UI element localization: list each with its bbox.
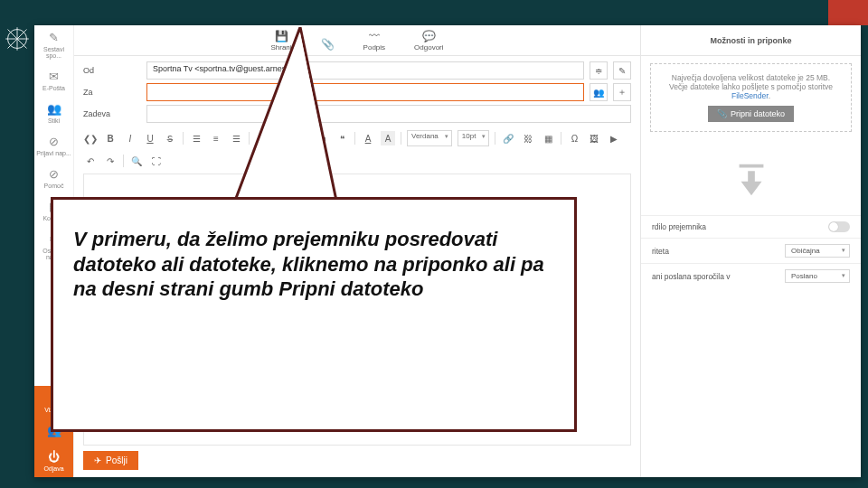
sidebar-item-label: E-Pošta <box>42 85 65 91</box>
save-icon: 💾 <box>275 30 288 42</box>
media-button[interactable]: ▶ <box>607 131 621 145</box>
special-char-button[interactable]: Ω <box>567 131 581 145</box>
send-icon: ✈ <box>94 455 101 465</box>
attach-hint-text-end: . <box>769 91 770 100</box>
text-color-button[interactable]: A <box>361 131 375 145</box>
indent-button[interactable]: ⇥ <box>315 131 329 145</box>
sidebar-item-label: Pomoč <box>44 183 64 189</box>
tab-attach[interactable]: 📎 <box>317 36 338 53</box>
compose-form: Od Sportna Tv <sportna.tv@guest.arnes.si… <box>74 56 640 172</box>
from-field[interactable]: Sportna Tv <sportna.tv@guest.arnes.si> <box>146 61 584 80</box>
subject-field[interactable] <box>146 105 631 123</box>
send-button[interactable]: ✈ Pošlji <box>83 451 138 470</box>
option-save-sent: ani poslana sporočila v Poslano <box>641 263 861 288</box>
slide-compass-decoration <box>4 25 31 52</box>
tab-signature[interactable]: 〰 Podpis <box>360 28 389 53</box>
italic-button[interactable]: I <box>123 131 137 145</box>
attach-hint-line2: Večje datoteke lahko pošljete s pomočjo … <box>658 82 844 100</box>
sidebar-item-logout[interactable]: ⏻ Odjava <box>34 445 73 477</box>
bold-button[interactable]: B <box>103 131 118 145</box>
right-panel: Možnosti in priponke Največja dovoljena … <box>640 25 861 477</box>
align-left-button[interactable]: ☰ <box>189 131 203 145</box>
editor-toolbar: ❮❯ B I U S̶ ☰ ≡ ☰ ⋮≡ 1≡ ⇤ ⇥ ❝ A A Verdan… <box>83 127 631 150</box>
report-icon: ⊘ <box>49 135 59 148</box>
right-panel-title: Možnosti in priponke <box>641 25 861 56</box>
option-label: riteta <box>652 247 669 256</box>
filesender-link[interactable]: FileSender <box>731 91 769 100</box>
toolbar-separator <box>183 132 184 145</box>
signature-icon: 〰 <box>369 30 380 42</box>
tab-save[interactable]: 💾 Shrani <box>267 28 295 53</box>
save-sent-select[interactable]: Poslano <box>785 269 850 283</box>
sidebar-item-report[interactable]: ⊘ Prijavi nap... <box>34 129 73 162</box>
priority-select[interactable]: Običajna <box>785 244 850 258</box>
align-center-button[interactable]: ≡ <box>209 131 223 145</box>
subject-label: Zadeva <box>83 109 141 118</box>
source-button[interactable]: ❮❯ <box>83 131 98 145</box>
link-button[interactable]: 🔗 <box>501 131 515 145</box>
underline-button[interactable]: U <box>143 131 157 145</box>
attachment-dropzone[interactable]: Največja dovoljena velikost datoteke je … <box>650 63 852 132</box>
numbered-list-button[interactable]: 1≡ <box>275 131 289 145</box>
from-row: Od Sportna Tv <sportna.tv@guest.arnes.si… <box>83 61 631 80</box>
fullscreen-button[interactable]: ⛶ <box>149 154 164 168</box>
edit-identities-button[interactable]: ✎ <box>613 61 631 80</box>
toolbar-separator <box>561 132 561 145</box>
power-icon: ⏻ <box>48 450 60 464</box>
attach-button-label: Pripni datoteko <box>731 109 785 118</box>
outdent-button[interactable]: ⇤ <box>295 131 309 145</box>
toolbar-separator <box>354 132 355 145</box>
table-button[interactable]: ▦ <box>541 131 555 145</box>
help-icon: ⊘ <box>49 167 59 181</box>
tab-label: Shrani <box>270 43 291 52</box>
bg-color-button[interactable]: A <box>381 131 395 145</box>
attach-file-button[interactable]: 📎 Pripni datoteko <box>708 106 794 122</box>
from-dropdown-button[interactable]: ≑ <box>590 61 608 80</box>
compose-toolbar-tabs: 💾 Shrani 📎 〰 Podpis 💬 Odgovori <box>74 25 640 56</box>
sidebar-item-label: Sestavi spo... <box>36 46 71 59</box>
send-label: Pošlji <box>106 455 127 465</box>
add-recipient-button[interactable]: ＋ <box>613 83 631 101</box>
sidebar-item-label: Odjava <box>43 465 63 472</box>
sidebar-item-label: Stiki <box>48 117 60 124</box>
attach-hint-text: Večje datoteke lahko pošljete s pomočjo … <box>669 82 833 91</box>
sidebar-item-compose[interactable]: ✎ Sestavi spo... <box>34 25 73 64</box>
callout-text: V primeru, da želimo prejemniku posredov… <box>73 227 554 302</box>
sidebar-item-label: Prijavi nap... <box>36 150 71 156</box>
find-button[interactable]: 🔍 <box>129 154 144 168</box>
attach-hint-line1: Največja dovoljena velikost datoteke je … <box>658 73 844 82</box>
redo-button[interactable]: ↷ <box>103 154 118 168</box>
subject-row: Zadeva <box>83 105 631 123</box>
option-label: rdilo prejemnika <box>652 222 706 231</box>
bulleted-list-button[interactable]: ⋮≡ <box>255 131 269 145</box>
tab-responses[interactable]: 💬 Odgovori <box>410 28 447 53</box>
toolbar-separator <box>401 132 401 145</box>
font-size-select[interactable]: 10pt <box>458 130 490 146</box>
strike-button[interactable]: S̶ <box>163 131 177 145</box>
tab-label: Podpis <box>363 43 385 52</box>
undo-button[interactable]: ↶ <box>83 154 98 168</box>
add-contact-button[interactable]: 👥 <box>590 83 608 101</box>
sidebar-item-help[interactable]: ⊘ Pomoč <box>34 162 73 194</box>
option-label: ani poslana sporočila v <box>652 272 730 281</box>
toolbar-separator <box>249 132 250 145</box>
quote-button[interactable]: ❝ <box>335 131 349 145</box>
sidebar-item-mail[interactable]: ✉ E-Pošta <box>34 64 73 97</box>
compose-icon: ✎ <box>49 31 59 44</box>
chat-icon: 💬 <box>422 30 436 42</box>
editor-toolbar-row2: ↶ ↷ 🔍 ⛶ <box>83 154 631 172</box>
instruction-callout: V primeru, da želimo prejemniku posredov… <box>51 197 577 432</box>
return-receipt-toggle[interactable] <box>828 221 850 232</box>
tab-label: Odgovori <box>414 43 443 52</box>
align-right-button[interactable]: ☰ <box>229 131 243 145</box>
font-family-select[interactable]: Verdana <box>407 130 452 146</box>
image-button[interactable]: 🖼 <box>587 131 601 145</box>
paperclip-icon: 📎 <box>717 109 727 118</box>
send-row: ✈ Pošlji <box>74 451 640 477</box>
slide-corner-accent <box>828 0 868 25</box>
sidebar-item-contacts[interactable]: 👥 Stiki <box>34 97 73 129</box>
unlink-button[interactable]: ⛓ <box>521 131 535 145</box>
to-field[interactable] <box>146 83 584 101</box>
contacts-icon: 👥 <box>47 102 61 116</box>
to-row: Za 👥 ＋ <box>83 83 631 101</box>
